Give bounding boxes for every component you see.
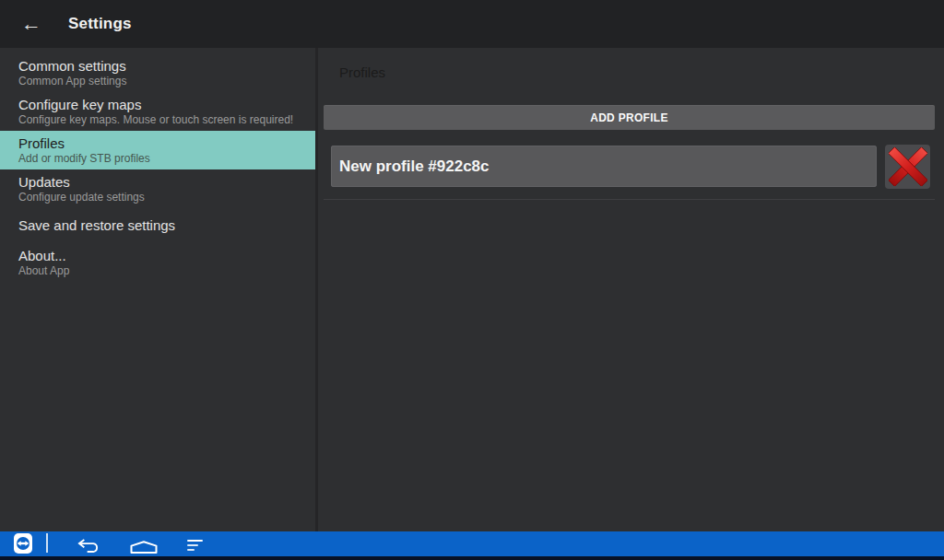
teamviewer-app-icon[interactable] [14, 533, 32, 554]
android-nav-bar [0, 531, 944, 556]
add-profile-button[interactable]: ADD PROFILE [324, 105, 935, 130]
panel-header: Profiles [339, 64, 385, 80]
home-nav-button[interactable] [130, 541, 158, 554]
top-action-bar: ← Settings [0, 0, 944, 48]
item-subtitle: Add or modify STB profiles [18, 152, 302, 165]
profiles-panel: Profiles ADD PROFILE New profile #922c8c [318, 48, 944, 531]
back-arrow-glyph: ← [21, 14, 41, 34]
sidebar-item-common-settings[interactable]: Common settings Common App settings [0, 53, 315, 92]
home-icon [130, 541, 158, 554]
sidebar-item-updates[interactable]: Updates Configure update settings [0, 169, 315, 208]
item-title: About... [18, 248, 302, 263]
back-arrow-icon[interactable]: ← [18, 9, 44, 39]
profile-row-separator [324, 199, 935, 200]
recents-icon [187, 544, 198, 546]
sidebar-item-configure-key-maps[interactable]: Configure key maps Configure key maps. M… [0, 92, 315, 131]
sidebar-item-save-restore[interactable]: Save and restore settings [0, 208, 315, 243]
recents-icon [187, 549, 195, 551]
back-nav-button[interactable] [77, 538, 102, 553]
sidebar-item-profiles[interactable]: Profiles Add or modify STB profiles [0, 131, 315, 169]
page-title: Settings [68, 15, 132, 33]
item-subtitle: Configure key maps. Mouse or touch scree… [18, 113, 302, 126]
nav-separator [46, 533, 48, 553]
recents-nav-button[interactable] [187, 540, 209, 552]
sidebar-item-about[interactable]: About... About App [0, 243, 315, 282]
settings-sidebar: Common settings Common App settings Conf… [0, 48, 315, 531]
item-subtitle: Configure update settings [18, 191, 302, 204]
recents-icon [187, 540, 203, 542]
item-title: Common settings [18, 58, 302, 74]
item-title: Configure key maps [18, 97, 302, 112]
profile-name: New profile #922c8c [339, 158, 490, 176]
back-icon [77, 538, 102, 553]
red-x-icon [889, 147, 927, 186]
item-subtitle: About App [18, 264, 302, 277]
teamviewer-logo-icon [14, 533, 32, 554]
item-title: Updates [18, 174, 302, 190]
item-subtitle: Common App settings [18, 75, 302, 88]
screen-bottom-edge [0, 556, 944, 560]
profile-entry[interactable]: New profile #922c8c [331, 146, 877, 187]
item-title: Save and restore settings [18, 217, 302, 233]
delete-profile-button[interactable] [885, 145, 930, 189]
item-title: Profiles [18, 135, 302, 151]
